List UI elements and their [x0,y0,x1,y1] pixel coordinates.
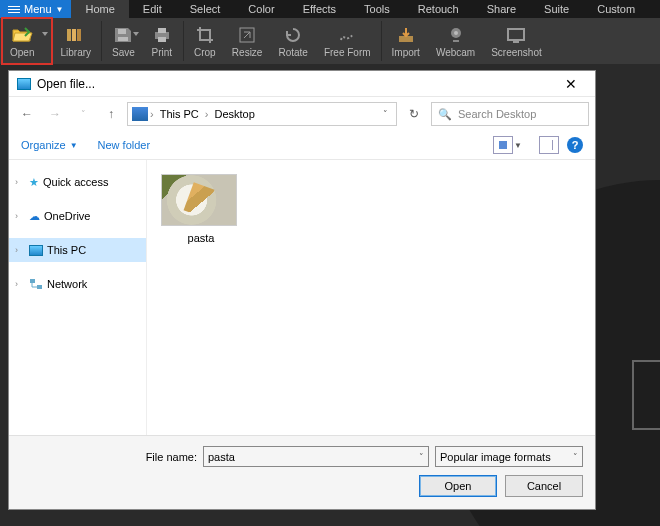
screenshot-icon [505,25,527,45]
file-name: pasta [161,232,241,244]
dialog-toolbar: Organize ▼ New folder ▼ ? [9,131,595,159]
forward-button[interactable]: → [43,102,67,126]
folder-open-icon [11,25,33,45]
expand-icon[interactable]: › [15,211,25,221]
dialog-footer: File name: pasta ˅ Popular image formats… [9,435,595,509]
chevron-down-icon: ▼ [514,141,522,150]
tab-effects[interactable]: Effects [289,0,350,18]
pc-icon [132,107,148,121]
tab-edit[interactable]: Edit [129,0,176,18]
import-icon [395,25,417,45]
view-button[interactable]: ▼ [493,136,513,154]
rotate-button[interactable]: Rotate [270,18,315,64]
svg-rect-7 [158,37,166,42]
dialog-title: Open file... [37,77,95,91]
chevron-down-icon: ▼ [56,5,64,14]
menu-button[interactable]: Menu ▼ [0,0,71,18]
expand-icon[interactable]: › [15,245,25,255]
tab-custom[interactable]: Custom [583,0,649,18]
svg-rect-12 [508,29,524,40]
svg-rect-0 [67,29,71,41]
open-button[interactable]: Open [419,475,497,497]
search-icon: 🔍 [438,108,452,121]
filename-label: File name: [146,451,197,463]
open-button[interactable]: Open [2,18,52,64]
crop-button[interactable]: Crop [186,18,224,64]
back-button[interactable]: ← [15,102,39,126]
open-file-dialog: Open file... ✕ ← → ˅ ↑ › This PC › Deskt… [8,70,596,510]
search-placeholder: Search Desktop [458,108,536,120]
svg-rect-1 [72,29,76,41]
tab-home[interactable]: Home [71,0,128,18]
tree-network[interactable]: › Network [9,272,146,296]
resize-icon [236,25,258,45]
library-button[interactable]: Library [52,18,99,64]
app-icon [17,78,31,90]
import-button[interactable]: Import [384,18,428,64]
tab-color[interactable]: Color [234,0,288,18]
expand-icon[interactable]: › [15,279,25,289]
file-thumbnail [161,174,237,226]
hamburger-icon [8,4,20,15]
new-folder-button[interactable]: New folder [98,139,151,151]
up-button[interactable]: ↑ [99,102,123,126]
chevron-down-icon [133,32,139,36]
library-icon [65,25,87,45]
cancel-button[interactable]: Cancel [505,475,583,497]
organize-button[interactable]: Organize ▼ [21,139,78,151]
save-icon [112,25,134,45]
svg-rect-14 [30,279,35,283]
freeform-button[interactable]: Free Form [316,18,379,64]
svg-rect-4 [118,37,128,41]
path-breadcrumb[interactable]: › This PC › Desktop ˅ [127,102,397,126]
close-button[interactable]: ✕ [555,76,587,92]
tree-this-pc[interactable]: › This PC [9,238,146,262]
dialog-navbar: ← → ˅ ↑ › This PC › Desktop ˅ ↻ 🔍 Search… [9,97,595,131]
recent-dropdown[interactable]: ˅ [71,102,95,126]
tab-retouch[interactable]: Retouch [404,0,473,18]
star-icon: ★ [29,176,39,189]
chevron-down-icon [42,32,48,36]
tab-suite[interactable]: Suite [530,0,583,18]
top-menu-bar: Menu ▼ Home Edit Select Color Effects To… [0,0,660,18]
ribbon-toolbar: Open Library Save Print Crop Resize [0,18,660,64]
resize-button[interactable]: Resize [224,18,271,64]
freeform-icon [336,25,358,45]
chevron-down-icon[interactable]: ˅ [419,452,424,462]
tree-quick-access[interactable]: › ★ Quick access [9,170,146,194]
search-input[interactable]: 🔍 Search Desktop [431,102,589,126]
chevron-right-icon: › [150,108,154,120]
help-button[interactable]: ? [567,137,583,153]
file-type-filter[interactable]: Popular image formats ˅ [435,446,583,467]
path-segment[interactable]: Desktop [210,108,258,120]
tab-select[interactable]: Select [176,0,235,18]
svg-rect-3 [118,29,126,34]
preview-pane-button[interactable] [539,136,559,154]
svg-rect-13 [513,41,519,43]
chevron-down-icon[interactable]: ˅ [379,109,392,119]
folder-tree: › ★ Quick access › ☁ OneDrive › This PC … [9,160,147,435]
filename-input[interactable]: pasta ˅ [203,446,429,467]
canvas-hint [632,360,660,430]
tab-tools[interactable]: Tools [350,0,404,18]
chevron-down-icon: ˅ [573,452,578,462]
svg-point-11 [454,31,458,35]
screenshot-button[interactable]: Screenshot [483,18,550,64]
dialog-titlebar: Open file... ✕ [9,71,595,97]
svg-rect-6 [158,28,166,33]
tab-share[interactable]: Share [473,0,530,18]
menu-label: Menu [24,3,52,15]
webcam-icon [445,25,467,45]
tree-onedrive[interactable]: › ☁ OneDrive [9,204,146,228]
file-list[interactable]: pasta [147,160,595,435]
save-button[interactable]: Save [104,18,143,64]
network-icon [29,278,43,290]
path-root[interactable]: This PC [156,108,203,120]
print-button[interactable]: Print [143,18,181,64]
expand-icon[interactable]: › [15,177,25,187]
webcam-button[interactable]: Webcam [428,18,483,64]
refresh-button[interactable]: ↻ [401,102,427,126]
svg-rect-2 [77,29,81,41]
file-item[interactable]: pasta [161,174,241,244]
print-icon [151,25,173,45]
